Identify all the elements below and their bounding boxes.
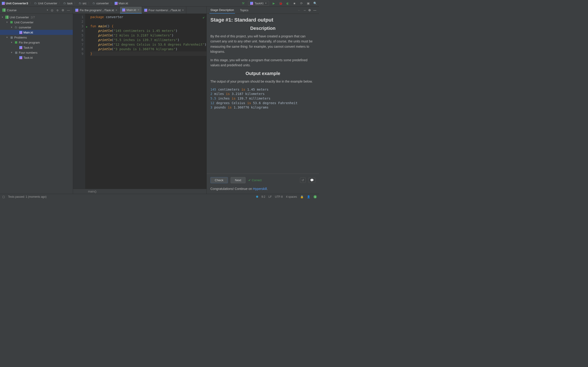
tree-item-label: Task.kt (23, 56, 33, 59)
run-configuration[interactable]: TaskKt ▼ (248, 1, 269, 6)
tree-item[interactable]: Main.kt (0, 30, 73, 35)
breadcrumb-item[interactable]: 🗀 src (78, 2, 86, 5)
tool-windows-icon[interactable]: ▢ (2, 195, 5, 198)
search-icon[interactable]: 🔍 (313, 1, 317, 5)
tree-item[interactable]: ▼🗀converter (0, 25, 73, 30)
tree-item-label: Problems (14, 36, 27, 39)
folder-icon: 🗀 (78, 2, 82, 5)
lesson-icon (14, 41, 18, 44)
tab-stage-description[interactable]: Stage Description (209, 7, 235, 14)
close-icon[interactable]: × (182, 8, 184, 12)
lock-icon[interactable]: 🔒 (300, 195, 304, 198)
sidebar-header: Course ▼ ◎ ≑ ⚙ — (0, 7, 73, 14)
kotlin-file-icon (19, 31, 23, 34)
tree-item[interactable]: ▼Fix the program (0, 40, 73, 45)
tree-arrow-icon[interactable]: ▼ (1, 16, 4, 18)
breadcrumb-item[interactable]: Unit Converter3 (2, 2, 28, 5)
gear-icon[interactable]: ⚙ (61, 8, 65, 12)
target-icon[interactable]: ◎ (50, 8, 54, 12)
collapse-icon[interactable]: ≑ (55, 8, 60, 12)
book-icon (5, 15, 9, 19)
tree-arrow-icon[interactable]: ▼ (6, 36, 9, 39)
close-icon[interactable]: × (115, 8, 117, 12)
editor-tab[interactable]: Fix the program/.../Task.kt× (73, 7, 120, 14)
debug-icon[interactable]: 🐞 (279, 1, 283, 5)
tree-item[interactable]: Task.kt (0, 55, 73, 60)
folder-icon: 🗀 (92, 2, 95, 5)
editor-pane: Fix the program/.../Task.kt×Main.kt×Four… (73, 7, 207, 194)
stop-icon[interactable]: ■ (292, 1, 296, 5)
tree-item-label: converter (19, 26, 31, 29)
description-body: Stage #1: Standard output Description By… (207, 14, 319, 174)
tree-arrow-icon[interactable]: ▼ (10, 26, 13, 28)
breadcrumb-item[interactable]: 🗀 converter (92, 2, 109, 5)
editor-breadcrumb[interactable]: main() (73, 189, 207, 194)
next-button[interactable]: Next (231, 177, 246, 183)
project-tree: ▼Unit Converter2/7▼Unit Converter▼🗀conve… (0, 14, 73, 194)
tree-item-label: Task.kt (23, 46, 33, 49)
code-area[interactable]: ✔ package converter fun main() { println… (85, 14, 207, 189)
tree-arrow-icon[interactable]: ▼ (10, 41, 13, 44)
tree-arrow-icon[interactable]: ▼ (10, 51, 13, 54)
profile-icon[interactable]: 👤 (307, 195, 310, 198)
breadcrumb-item[interactable]: 🗀 Unit Converter (34, 2, 57, 5)
file-encoding[interactable]: UTF-8 (275, 195, 283, 198)
course-sidebar: Course ▼ ◎ ≑ ⚙ — ▼Unit Converter2/7▼Unit… (0, 7, 73, 194)
description-paragraph: The output of your program should be exa… (210, 79, 315, 84)
check-button[interactable]: Check (210, 177, 228, 183)
sync-indicator[interactable] (256, 196, 258, 198)
kotlin-file-icon (19, 46, 23, 49)
run-icon[interactable]: ▶ (272, 1, 276, 5)
course-icon (2, 8, 6, 12)
tab-label: Four numbers/.../Task.kt (149, 8, 181, 12)
tab-topics[interactable]: Topics (239, 7, 250, 13)
gear-icon[interactable]: ⚙ (308, 8, 311, 12)
hyperskill-link[interactable]: Hyperskill (253, 187, 267, 191)
back-icon[interactable]: ← (298, 8, 301, 12)
inspection-ok-icon[interactable]: ✔ (203, 15, 205, 20)
check-icon: ✔ (248, 178, 251, 182)
task-description-pane: Stage Description Topics ← → ⚙ — Stage #… (207, 7, 319, 194)
cursor-position[interactable]: 9:2 (261, 195, 265, 198)
test-status: Tests passed: 1 (moments ago) (8, 195, 46, 198)
redo-icon[interactable]: ↺ (300, 177, 306, 183)
tree-item[interactable]: ▼Unit Converter2/7 (0, 15, 73, 20)
tree-arrow-icon[interactable]: ▼ (6, 21, 9, 23)
chevron-down-icon: ▼ (265, 2, 267, 4)
updates-icon[interactable]: ⟳ (299, 1, 303, 5)
editor-tabs: Fix the program/.../Task.kt×Main.kt×Four… (73, 7, 207, 14)
chevron-down-icon[interactable]: ▼ (46, 9, 48, 11)
breadcrumb-item[interactable]: Main.kt (115, 2, 128, 5)
description-heading: Description (210, 26, 315, 31)
kotlin-file-icon (122, 8, 125, 11)
line-separator[interactable]: LF (268, 195, 272, 198)
toolbar-right: ⚒ TaskKt ▼ ▶ 🐞 ◐ ■ ⟳ ▣ 🔍 (241, 1, 317, 6)
sidebar-title: Course (7, 8, 45, 12)
editor-tab[interactable]: Four numbers/.../Task.kt× (142, 7, 187, 14)
indent-setting[interactable]: 4 spaces (286, 195, 297, 198)
tree-item-label: Fix the program (19, 41, 40, 44)
tree-item[interactable]: ▼Unit Converter (0, 20, 73, 25)
breadcrumb-item[interactable]: 🗀 task (63, 2, 73, 5)
minimize-icon[interactable]: — (313, 8, 316, 12)
layout-icon[interactable]: ▣ (306, 1, 310, 5)
kotlin-file-icon (19, 56, 23, 59)
line-gutter: 1 2 3▶ 4 5 6 7 8 9 (73, 14, 85, 189)
minimize-icon[interactable]: — (66, 8, 70, 12)
editor-tab[interactable]: Main.kt× (120, 7, 142, 14)
tree-item[interactable]: ▼▦Problems (0, 35, 73, 40)
tree-item-label: Unit Converter (10, 16, 29, 19)
tree-item[interactable]: Task.kt (0, 45, 73, 50)
tree-item-label: Main.kt (23, 31, 33, 34)
editor-body[interactable]: 1 2 3▶ 4 5 6 7 8 9 ✔ package converter f… (73, 14, 207, 189)
close-icon[interactable]: × (138, 8, 139, 12)
forward-icon[interactable]: → (303, 8, 306, 12)
kotlin-file-icon (144, 9, 147, 12)
congrats-text: Congratulations! Continue on Hyperskill. (210, 187, 315, 191)
notification-badge[interactable]: 1 (313, 195, 317, 198)
comment-icon[interactable]: 💬 (309, 177, 315, 183)
coverage-icon[interactable]: ◐ (285, 1, 290, 5)
tree-item[interactable]: ▼▦Four numbers (0, 50, 73, 55)
description-paragraph: By the end of this project, you will hav… (210, 34, 315, 54)
build-icon[interactable]: ⚒ (241, 1, 245, 5)
